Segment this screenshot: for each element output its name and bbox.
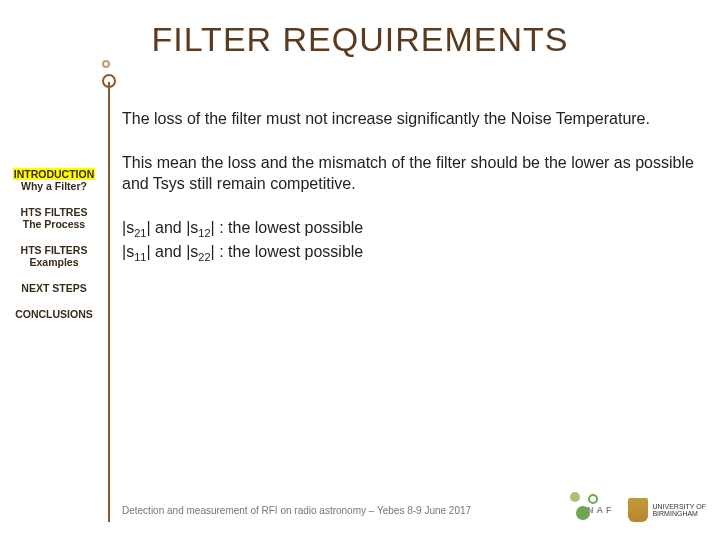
nav-item-label: HTS FILTERS bbox=[0, 244, 108, 256]
nav-item-hts-filters: HTS FILTERS Examples bbox=[0, 244, 108, 268]
nav-item-label: NEXT STEPS bbox=[0, 282, 108, 294]
body-paragraph-2: This mean the loss and the mismatch of t… bbox=[122, 152, 706, 195]
uob-logo: UNIVERSITY OF BIRMINGHAM bbox=[628, 498, 706, 522]
body-sparams-1: |s21| and |s12| : the lowest possible |s… bbox=[122, 217, 706, 265]
slide-body: The loss of the filter must not increase… bbox=[122, 108, 706, 287]
nav-item-label: CONCLUSIONS bbox=[0, 308, 108, 320]
slide: FILTER REQUIREMENTS INTRODUCTION Why a F… bbox=[0, 0, 720, 540]
nav-item-sublabel: The Process bbox=[0, 218, 108, 230]
inaf-logo: INAF bbox=[581, 505, 614, 515]
nav-item-next-steps: NEXT STEPS bbox=[0, 282, 108, 294]
nav-item-label: INTRODUCTION bbox=[13, 168, 96, 180]
separator-line bbox=[108, 82, 110, 522]
footer-text: Detection and measurement of RFI on radi… bbox=[122, 505, 567, 516]
nav-item-conclusions: CONCLUSIONS bbox=[0, 308, 108, 320]
slide-footer: Detection and measurement of RFI on radi… bbox=[122, 498, 706, 522]
slide-title: FILTER REQUIREMENTS bbox=[0, 20, 720, 59]
sidebar-nav: INTRODUCTION Why a Filter? HTS FILTRES T… bbox=[0, 168, 108, 335]
nav-item-sublabel: Why a Filter? bbox=[0, 180, 108, 192]
body-paragraph-1: The loss of the filter must not increase… bbox=[122, 108, 706, 130]
crest-icon bbox=[628, 498, 648, 522]
nav-item-hts-filtres: HTS FILTRES The Process bbox=[0, 206, 108, 230]
uob-logo-text: UNIVERSITY OF BIRMINGHAM bbox=[652, 503, 706, 517]
decor-ring-small bbox=[102, 60, 110, 68]
nav-item-sublabel: Examples bbox=[0, 256, 108, 268]
nav-item-introduction: INTRODUCTION Why a Filter? bbox=[0, 168, 108, 192]
nav-item-label: HTS FILTRES bbox=[0, 206, 108, 218]
